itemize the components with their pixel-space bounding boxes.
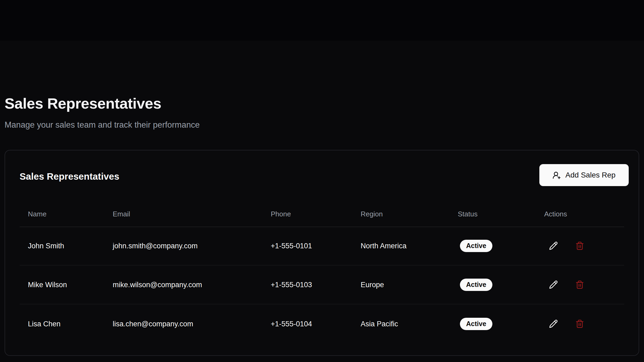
cell-name: John Smith xyxy=(28,242,64,250)
cell-name: Lisa Chen xyxy=(28,320,61,328)
cell-status: Active xyxy=(460,318,492,330)
page-title: Sales Representatives xyxy=(5,95,161,112)
delete-button[interactable] xyxy=(570,276,589,294)
edit-button[interactable] xyxy=(544,237,562,255)
column-header-phone: Phone xyxy=(271,210,291,218)
cell-email: mike.wilson@company.com xyxy=(113,280,202,289)
table-body: John Smith john.smith@company.com +1-555… xyxy=(20,227,624,343)
cell-actions xyxy=(544,237,589,255)
cell-phone: +1-555-0104 xyxy=(271,320,312,328)
edit-button[interactable] xyxy=(544,315,562,333)
status-badge: Active xyxy=(460,279,492,291)
cell-phone: +1-555-0101 xyxy=(271,242,312,250)
cell-email: lisa.chen@company.com xyxy=(113,320,193,328)
cell-status: Active xyxy=(460,279,492,291)
pencil-icon xyxy=(549,280,558,289)
cell-region: North America xyxy=(361,242,407,250)
cell-actions xyxy=(544,276,589,294)
column-header-email: Email xyxy=(113,210,130,218)
column-header-actions: Actions xyxy=(544,210,567,218)
top-nav-bar xyxy=(0,0,644,41)
table-row: Mike Wilson mike.wilson@company.com +1-5… xyxy=(20,265,624,304)
cell-region: Europe xyxy=(361,280,384,289)
status-badge: Active xyxy=(460,318,492,330)
table-row: John Smith john.smith@company.com +1-555… xyxy=(20,227,624,265)
pencil-icon xyxy=(549,319,558,328)
cell-region: Asia Pacific xyxy=(361,320,398,328)
delete-button[interactable] xyxy=(570,315,589,333)
cell-email: john.smith@company.com xyxy=(113,242,198,250)
trash-icon xyxy=(575,319,584,328)
column-header-region: Region xyxy=(361,210,383,218)
main-content: Sales Representatives Manage your sales … xyxy=(0,42,644,362)
page-subtitle: Manage your sales team and track their p… xyxy=(5,120,200,130)
cell-actions xyxy=(544,315,589,333)
sales-reps-card: Sales Representatives Add Sales Rep Name… xyxy=(5,150,639,356)
delete-button[interactable] xyxy=(570,237,589,255)
cell-phone: +1-555-0103 xyxy=(271,280,312,289)
edit-button[interactable] xyxy=(544,276,562,294)
column-header-name: Name xyxy=(28,210,46,218)
trash-icon xyxy=(575,280,584,289)
cell-status: Active xyxy=(460,240,492,252)
status-badge: Active xyxy=(460,240,492,252)
cell-name: Mike Wilson xyxy=(28,280,67,289)
table-header-row: Name Email Phone Region Status Actions xyxy=(20,150,624,227)
column-header-status: Status xyxy=(458,210,478,218)
trash-icon xyxy=(575,241,584,250)
table-row: Lisa Chen lisa.chen@company.com +1-555-0… xyxy=(20,304,624,343)
pencil-icon xyxy=(549,241,558,250)
